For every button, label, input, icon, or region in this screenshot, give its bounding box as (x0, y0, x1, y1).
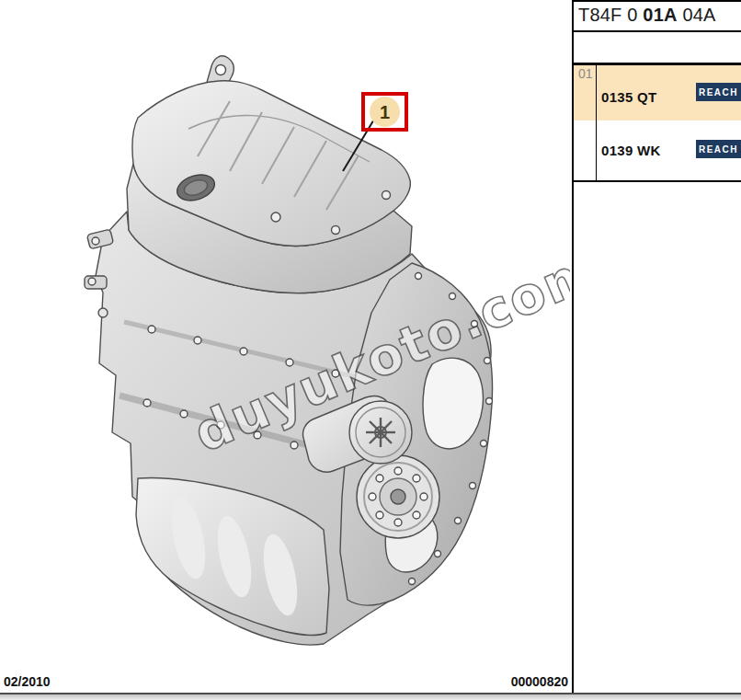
drawing-area: duyukoto.com 1 (0, 0, 570, 700)
footer-document-number: 00000820 (412, 674, 568, 689)
header-bottom-border (572, 30, 741, 32)
part-number[interactable]: 0139 WK (601, 143, 661, 158)
catalog-code-header: T84F 0 01A 04A (578, 5, 716, 26)
part-number[interactable]: 0135 QT (601, 89, 656, 105)
row-group-label: 01 (578, 66, 593, 81)
catalog-code-suffix: 04A (682, 5, 715, 25)
callout-box[interactable]: 1 (361, 92, 408, 132)
reach-badge[interactable]: REACH (696, 140, 741, 158)
callout-circle: 1 (370, 97, 400, 127)
engine-illustration: duyukoto.com (0, 0, 570, 700)
rows-bottom-border (572, 180, 741, 182)
catalog-code-bold: 01A (643, 5, 677, 25)
footer-divider-light (0, 694, 741, 700)
group-column-divider (596, 65, 597, 180)
footer-date: 02/2010 (4, 674, 51, 689)
reach-badge[interactable]: REACH (696, 83, 741, 101)
catalog-code-prefix: T84F 0 (578, 5, 638, 25)
callout-number: 1 (380, 103, 390, 121)
panel-top-border (572, 0, 741, 2)
panel-left-border (572, 0, 574, 693)
rows-top-border (572, 63, 741, 65)
